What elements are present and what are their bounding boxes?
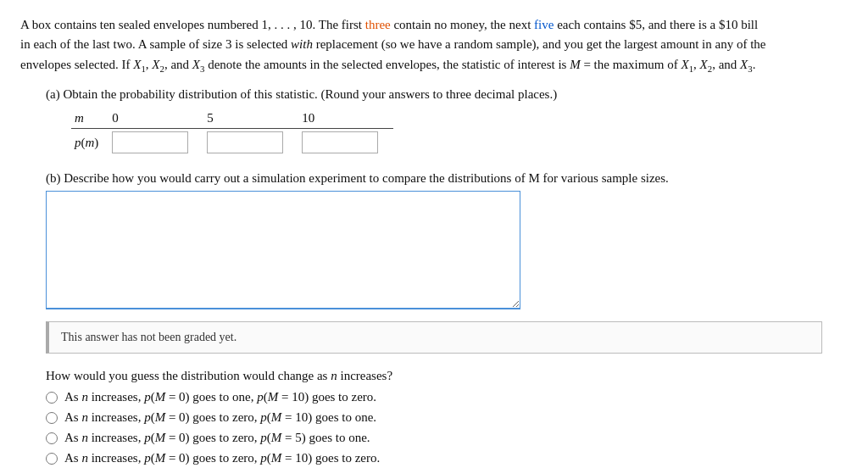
part-b-label: (b) Describe how you would carry out a s…	[46, 171, 848, 186]
radio-input-1[interactable]	[46, 392, 58, 404]
intro-line3: each contains $5, and there is a $10 bil…	[554, 18, 758, 31]
intro-three: three	[365, 18, 391, 31]
m-value-0: 0	[108, 109, 203, 129]
radio-input-2[interactable]	[46, 412, 58, 424]
table-row-m: m 0 5 10	[71, 109, 393, 129]
radio-label-4: As n increases, p(M = 0) goes to zero, p…	[64, 451, 380, 465]
intro-line6: envelopes selected. If X1, X2, and X3 de…	[20, 58, 755, 71]
radio-option-2: As n increases, p(M = 0) goes to zero, p…	[46, 410, 848, 425]
m-label: m	[71, 109, 108, 129]
not-graded-text: This answer has not been graded yet.	[61, 331, 236, 343]
part-a-label: (a) Obtain the probability distribution …	[46, 87, 848, 102]
m-value-5: 5	[203, 109, 298, 129]
radio-label-1: As n increases, p(M = 0) goes to one, p(…	[64, 390, 376, 404]
m-value-10: 10	[298, 109, 393, 129]
radio-input-3[interactable]	[46, 432, 58, 444]
intro-paragraph: A box contains ten sealed envelopes numb…	[20, 15, 848, 75]
radio-label-3: As n increases, p(M = 0) goes to zero, p…	[64, 431, 370, 445]
how-guess-question: How would you guess the distribution wou…	[46, 369, 848, 383]
radio-option-1: As n increases, p(M = 0) goes to one, p(…	[46, 390, 848, 404]
intro-line4: in each of the last two. A sample of siz…	[20, 37, 765, 51]
intro-line2: contain no money, the next	[391, 18, 534, 31]
table-row-pm: p(m)	[71, 129, 393, 157]
radio-input-4[interactable]	[46, 453, 58, 465]
how-guess-section: How would you guess the distribution wou…	[46, 369, 848, 465]
not-graded-box: This answer has not been graded yet.	[46, 321, 822, 354]
pm-input-10[interactable]	[302, 131, 378, 153]
radio-label-2: As n increases, p(M = 0) goes to zero, p…	[64, 410, 376, 425]
pm-input-0[interactable]	[112, 131, 188, 153]
radio-option-3: As n increases, p(M = 0) goes to zero, p…	[46, 431, 848, 445]
intro-five: five	[534, 18, 554, 31]
probability-table-wrap: m 0 5 10 p(m)	[71, 109, 848, 156]
probability-table: m 0 5 10 p(m)	[71, 109, 393, 156]
simulation-textarea-wrap	[46, 191, 822, 313]
pm-label: p(m)	[71, 129, 108, 157]
simulation-textarea[interactable]	[46, 191, 520, 309]
radio-option-4: As n increases, p(M = 0) goes to zero, p…	[46, 451, 848, 465]
intro-line1: A box contains ten sealed envelopes numb…	[20, 18, 365, 31]
pm-input-5-cell	[203, 129, 298, 157]
pm-input-5[interactable]	[207, 131, 283, 153]
pm-input-0-cell	[108, 129, 203, 157]
pm-input-10-cell	[298, 129, 393, 157]
